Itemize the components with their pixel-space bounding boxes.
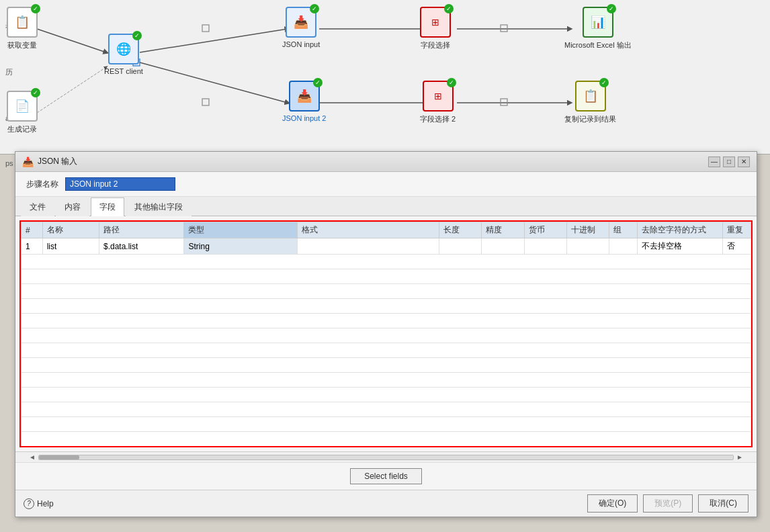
table-row-empty-2 — [22, 269, 751, 284]
dialog-controls: — □ ✕ — [708, 157, 750, 167]
ok-button[interactable]: 确定(O) — [587, 494, 638, 513]
node-json-input2[interactable]: ✓ 📥 JSON input 2 — [282, 81, 326, 122]
table-scroll-area[interactable]: # 名称 路径 类型 格式 长度 精度 货币 十进制 组 去除空字符的方式 重复 — [21, 222, 751, 446]
cell-num: 1 — [22, 238, 43, 255]
col-header-type[interactable]: 类型 — [184, 222, 298, 238]
canvas-arrows — [0, 0, 770, 154]
cell-path: $.data.list — [99, 238, 184, 255]
cell-type: String — [184, 238, 298, 255]
table-row-empty-8 — [22, 358, 751, 373]
node-excel-out[interactable]: ✓ 📊 Microsoft Excel 输出 — [564, 7, 632, 50]
scroll-right-arrow[interactable]: ► — [734, 453, 746, 461]
svg-line-3 — [140, 29, 288, 52]
table-row-empty-13 — [22, 432, 751, 447]
preview-button[interactable]: 预览(P) — [643, 494, 693, 513]
svg-line-0 — [37, 29, 106, 52]
node-label-fs1: 字段选择 — [421, 40, 450, 50]
node-label-excel: Microsoft Excel 输出 — [564, 40, 632, 50]
table-row-empty-3 — [22, 284, 751, 299]
horizontal-scrollbar[interactable]: ◄ ► — [15, 451, 757, 462]
col-header-path: 路径 — [99, 222, 184, 238]
table-row-empty-10 — [22, 388, 751, 402]
col-header-num: # — [22, 222, 43, 238]
dialog-footer: ? Help 确定(O) 预览(P) 取消(C) — [15, 490, 757, 517]
node-rest-client[interactable]: ✓ 🌐 REST client — [104, 34, 143, 75]
minimize-button[interactable]: — — [708, 157, 720, 167]
cell-length — [439, 238, 482, 255]
table-row-empty-1 — [22, 255, 751, 269]
node-gen-record[interactable]: ✓ 📄 生成记录 — [7, 91, 38, 134]
table-row-empty-11 — [22, 402, 751, 417]
cell-precision — [482, 238, 524, 255]
table-row-empty-6 — [22, 328, 751, 343]
json-input-dialog: 📥 JSON 输入 — □ ✕ 步骤名称 文件 内容 字段 其他输出字段 # — [15, 151, 757, 517]
node-check-copy: ✓ — [599, 78, 609, 87]
svg-line-4 — [140, 62, 288, 103]
dialog-titlebar: 📥 JSON 输入 — □ ✕ — [15, 152, 757, 172]
col-header-trim: 去除空字符的方式 — [638, 222, 723, 238]
help-label: Help — [37, 499, 54, 508]
scroll-left-arrow[interactable]: ◄ — [26, 453, 38, 461]
table-row[interactable]: 1 list $.data.list String 不去掉空格 否 — [22, 238, 751, 255]
table-header-row: # 名称 路径 类型 格式 长度 精度 货币 十进制 组 去除空字符的方式 重复 — [22, 222, 751, 238]
cell-trim: 不去掉空格 — [638, 238, 723, 255]
col-header-length: 长度 — [439, 222, 482, 238]
col-header-decimal: 十进制 — [566, 222, 609, 238]
col-header-group: 组 — [609, 222, 638, 238]
cancel-button[interactable]: 取消(C) — [698, 494, 748, 513]
node-json-input[interactable]: ✓ 📥 JSON input — [282, 7, 320, 48]
table-row-empty-7 — [22, 343, 751, 358]
cell-currency — [524, 238, 566, 255]
node-label-gen: 生成记录 — [7, 124, 37, 134]
dialog-content: # 名称 路径 类型 格式 长度 精度 货币 十进制 组 去除空字符的方式 重复 — [15, 216, 757, 451]
table-row-empty-4 — [22, 299, 751, 314]
node-check-gen: ✓ — [31, 88, 40, 97]
svg-rect-12 — [501, 99, 507, 105]
svg-rect-10 — [202, 99, 209, 105]
svg-rect-11 — [501, 25, 507, 32]
node-label-json2: JSON input 2 — [282, 114, 326, 122]
maximize-button[interactable]: □ — [723, 157, 735, 167]
node-label-fs2: 字段选择 2 — [420, 114, 456, 124]
scroll-thumb[interactable] — [39, 455, 79, 459]
tab-fields[interactable]: 字段 — [91, 197, 124, 216]
node-copy-records[interactable]: ✓ 📋 复制记录到结果 — [564, 81, 616, 124]
workflow-canvas: 果 历 an ps ✓ 📋 获取变量 ✓ 🌐 REST client ✓ 📥 J… — [0, 0, 770, 154]
node-check-fs1: ✓ — [444, 4, 454, 13]
dialog-title: 📥 JSON 输入 — [22, 156, 77, 167]
cell-decimal — [566, 238, 609, 255]
fields-table: # 名称 路径 类型 格式 长度 精度 货币 十进制 组 去除空字符的方式 重复 — [21, 222, 751, 446]
table-row-empty-5 — [22, 314, 751, 328]
node-field-select2[interactable]: ✓ ⊞ 字段选择 2 — [420, 81, 456, 124]
step-name-input[interactable] — [65, 177, 175, 191]
svg-rect-9 — [202, 25, 209, 32]
select-fields-button[interactable]: Select fields — [350, 468, 422, 484]
select-fields-area: Select fields — [15, 462, 757, 490]
dialog-title-icon: 📥 — [22, 157, 34, 167]
table-row-empty-9 — [22, 373, 751, 388]
node-check-fs2: ✓ — [447, 78, 456, 87]
svg-line-1 — [37, 67, 106, 113]
col-header-repeat: 重复 — [722, 222, 751, 238]
tab-other[interactable]: 其他输出字段 — [126, 197, 191, 216]
help-button[interactable]: ? Help — [24, 498, 54, 509]
col-header-format: 格式 — [298, 222, 439, 238]
tab-content[interactable]: 内容 — [56, 197, 89, 216]
node-label-copy: 复制记录到结果 — [564, 114, 616, 124]
cell-repeat: 否 — [722, 238, 751, 255]
node-field-select[interactable]: ✓ ⊞ 字段选择 — [420, 7, 451, 50]
dialog-tabs: 文件 内容 字段 其他输出字段 — [15, 197, 757, 216]
cell-name: list — [42, 238, 99, 255]
col-header-currency: 货币 — [524, 222, 566, 238]
cell-format — [298, 238, 439, 255]
fields-table-container: # 名称 路径 类型 格式 长度 精度 货币 十进制 组 去除空字符的方式 重复 — [19, 220, 753, 447]
node-check-excel: ✓ — [607, 4, 616, 13]
tab-file[interactable]: 文件 — [21, 197, 54, 216]
node-check-get-var: ✓ — [31, 4, 40, 13]
side-label-ps: ps — [5, 159, 13, 167]
node-get-var[interactable]: ✓ 📋 获取变量 — [7, 7, 38, 50]
side-label-li: 历 — [5, 67, 13, 77]
node-label-get-var: 获取变量 — [7, 40, 37, 50]
scroll-track[interactable] — [38, 455, 734, 460]
close-button[interactable]: ✕ — [738, 157, 750, 167]
